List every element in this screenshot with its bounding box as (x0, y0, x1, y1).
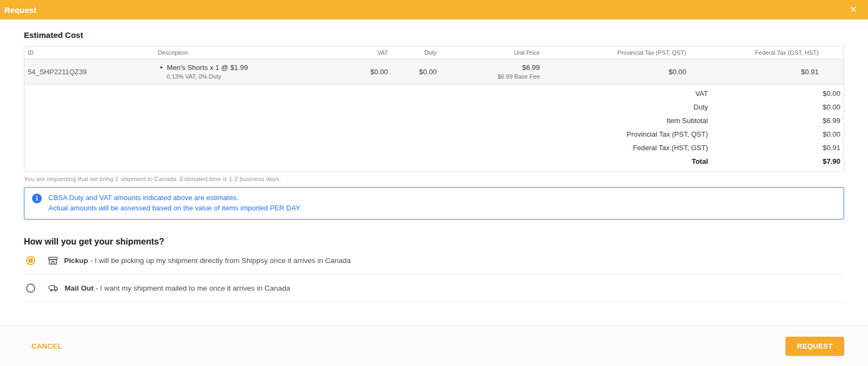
col-duty: Duty (391, 47, 440, 59)
col-description: Description (155, 47, 342, 59)
row-federal-tax: $0.91 (690, 63, 822, 80)
row-unit-price-sub: $6.99 Base Fee (443, 73, 540, 80)
row-description-cell: • Men's Shorts x 1 @ $1.99 0.13% VAT, 0%… (155, 59, 342, 84)
summary-row-provincial-tax: Provincial Tax (PST, QST) $0.00 (24, 127, 844, 141)
row-provincial-tax: $0.00 (543, 63, 690, 80)
pickup-radio[interactable] (26, 256, 35, 265)
cancel-button[interactable]: CANCEL (31, 342, 62, 350)
mail-out-label: Mail Out (65, 284, 93, 292)
summary-value: $0.00 (711, 103, 844, 111)
table-row: 54_SHP2211QZ39 • Men's Shorts x 1 @ $1.9… (24, 59, 844, 85)
info-text: CBSA Duty and VAT amounts indicated abov… (48, 193, 301, 214)
mail-out-option[interactable]: Mail Out - I want my shipment mailed to … (24, 274, 844, 302)
col-provincial-tax: Provincial Tax (PST, QST) (543, 47, 690, 59)
row-id: 54_SHP2211QZ39 (24, 63, 155, 80)
row-description-sub: 0.13% VAT, 0% Duty (158, 73, 339, 80)
summary-value: $0.91 (711, 144, 844, 152)
info-icon: i (32, 194, 42, 203)
modal-header: Request ✕ (0, 0, 868, 20)
shipment-note: You are requesting that we bring 1 shipm… (24, 176, 844, 182)
summary-label: Total (692, 157, 711, 165)
summary-label: Federal Tax (HST, GST) (633, 144, 711, 152)
row-unit-price-cell: $6.99 $6.99 Base Fee (440, 59, 543, 84)
estimated-cost-heading: Estimated Cost (24, 30, 844, 40)
cost-table: ID Description VAT Duty Unit Price Provi… (24, 46, 844, 172)
col-unit-price: Unit Price (440, 47, 543, 59)
col-vat: VAT (342, 47, 391, 59)
col-federal-tax: Federal Tax (GST, HST) (690, 47, 822, 59)
info-line1: CBSA Duty and VAT amounts indicated abov… (48, 193, 301, 203)
summary-value: $6.99 (711, 117, 844, 125)
summary-label: Provincial Tax (PST, QST) (627, 130, 711, 138)
info-box: i CBSA Duty and VAT amounts indicated ab… (24, 187, 844, 220)
row-description: Men's Shorts x 1 @ $1.99 (167, 63, 248, 72)
summary-value: $0.00 (711, 130, 844, 138)
pickup-option[interactable]: Pickup - I will be picking up my shipmen… (24, 247, 844, 274)
info-line2: Actual amounts will be assessed based on… (48, 203, 301, 214)
modal-content: Estimated Cost ID Description VAT Duty U… (0, 20, 868, 325)
modal-title: Request (4, 5, 36, 15)
summary-block: VAT $0.00 Duty $0.00 Item Subtotal $6.99… (24, 87, 844, 171)
truck-icon (47, 282, 59, 294)
mail-out-description: - I want my shipment mailed to me once i… (95, 284, 290, 292)
summary-row-vat: VAT $0.00 (24, 87, 844, 100)
summary-label: VAT (695, 89, 711, 98)
modal-footer: CANCEL REQUEST (0, 325, 868, 366)
row-unit-price: $6.99 (443, 63, 540, 72)
summary-row-federal-tax: Federal Tax (HST, GST) $0.91 (24, 141, 844, 155)
store-icon (47, 255, 59, 266)
summary-value: $0.00 (711, 89, 844, 98)
cost-table-header: ID Description VAT Duty Unit Price Provi… (24, 47, 844, 59)
bullet-icon: • (160, 63, 163, 72)
summary-row-duty: Duty $0.00 (24, 100, 844, 114)
mail-out-radio[interactable] (26, 284, 35, 293)
close-icon[interactable]: ✕ (847, 3, 860, 16)
summary-row-total: Total $7.90 (24, 155, 844, 168)
row-vat: $0.00 (342, 63, 391, 80)
shipment-options-heading: How will you get your shipments? (24, 237, 844, 247)
summary-value: $7.90 (711, 157, 844, 165)
request-button[interactable]: REQUEST (786, 337, 844, 356)
summary-row-subtotal: Item Subtotal $6.99 (24, 114, 844, 127)
pickup-label: Pickup (64, 256, 88, 265)
summary-label: Duty (693, 103, 711, 111)
col-id: ID (24, 47, 155, 59)
row-duty: $0.00 (391, 63, 440, 80)
pickup-description: - I will be picking up my shipment direc… (90, 256, 350, 265)
summary-label: Item Subtotal (666, 117, 711, 125)
